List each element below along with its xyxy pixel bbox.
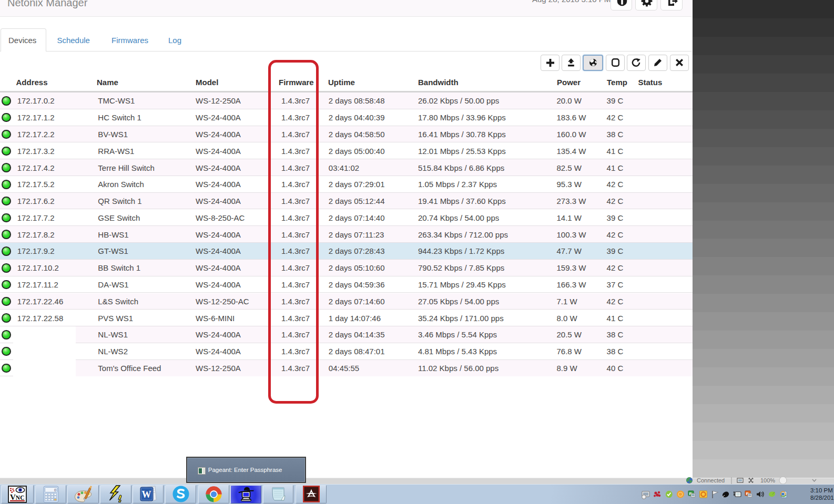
svg-text:W: W (141, 489, 151, 500)
svg-text:0: 0 (54, 488, 56, 491)
svg-text:100%: 100% (760, 477, 775, 484)
svg-text:Connected: Connected (697, 477, 725, 484)
svg-text:VNC: VNC (10, 492, 24, 501)
